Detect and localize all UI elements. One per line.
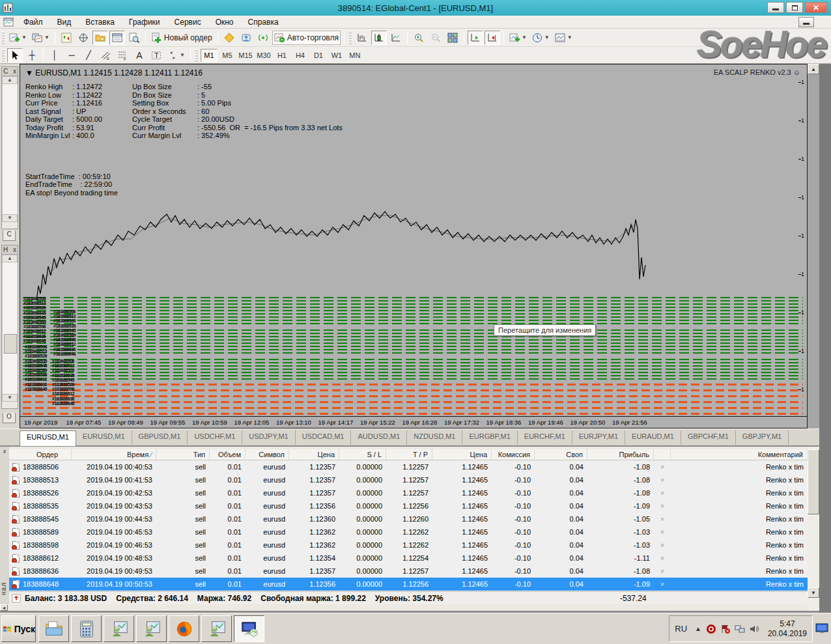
chart-tab[interactable]: EURCHF,M1 (518, 430, 572, 445)
timeframe-button[interactable]: M1 (201, 49, 218, 62)
trendline-button[interactable]: ╱ (81, 48, 96, 63)
strategy-tester-toggle[interactable] (126, 31, 142, 45)
order-row[interactable]: 183888636 2019.04.19 00:49:53 sell 0.01 … (9, 565, 808, 578)
close-order-button[interactable]: × (654, 463, 671, 471)
timeframe-button[interactable]: H1 (274, 49, 290, 62)
order-row[interactable]: 183888545 2019.04.19 00:44:53 sell 0.01 … (9, 512, 808, 525)
order-row[interactable]: 183888535 2019.04.19 00:43:53 sell 0.01 … (9, 499, 808, 512)
vertical-line-button[interactable]: │ (47, 48, 63, 63)
zoom-in-button[interactable] (411, 31, 427, 45)
restore-button[interactable] (786, 2, 803, 13)
col-header-symbol[interactable]: Символ (246, 449, 289, 460)
col-header-price[interactable]: Цена (289, 449, 339, 460)
autoscroll-toggle[interactable] (468, 31, 483, 45)
taskbar-firefox-button[interactable] (169, 615, 199, 642)
chart-tab[interactable]: EURUSD,M1 (76, 430, 132, 445)
timeframe-button[interactable]: MN (346, 49, 363, 62)
menu-item[interactable]: Графики (122, 16, 167, 28)
metaeditor-button[interactable] (221, 31, 237, 45)
zoom-out-button[interactable] (428, 31, 444, 45)
taskbar-remote-desktop-button[interactable] (234, 615, 264, 642)
menu-item[interactable]: Вид (50, 16, 79, 28)
taskbar-mt4-button-3[interactable] (201, 615, 232, 642)
scroll-left-icon[interactable]: ◄ (0, 604, 8, 611)
language-indicator[interactable]: RU (675, 624, 687, 634)
scroll-down-icon[interactable]: ▼ (2, 214, 18, 222)
col-header-time[interactable]: Время ∕ (72, 449, 156, 460)
timeframe-button[interactable]: M5 (219, 49, 236, 62)
panel-close-icon[interactable]: x (13, 68, 16, 75)
tray-clock[interactable]: 5:47 20.04.2019 (768, 619, 807, 639)
crosshair-button[interactable]: ┼ (24, 48, 40, 63)
scroll-up-icon[interactable]: ▲ (2, 76, 18, 84)
toolbar-grip[interactable] (349, 31, 352, 44)
timeframe-button[interactable]: W1 (328, 49, 345, 62)
chart-tab[interactable]: EURGBP,M1 (462, 430, 517, 445)
menu-item[interactable]: Окно (208, 16, 241, 28)
profiles-button[interactable]: ▼ (30, 31, 51, 45)
cursor-button[interactable] (7, 48, 23, 63)
fibonacci-button[interactable]: F (115, 48, 130, 63)
chart-tab[interactable]: USDCHF,M1 (188, 430, 242, 445)
toolbar-grip[interactable] (2, 49, 5, 62)
close-order-button[interactable]: × (654, 567, 671, 575)
text-button[interactable]: A (132, 48, 147, 63)
timeframe-button[interactable]: H4 (292, 49, 309, 62)
autotrading-button[interactable]: Авто-торговля (272, 31, 341, 45)
chart-tab[interactable]: AUDUSD,M1 (351, 430, 407, 445)
col-header-volume[interactable]: Объем (210, 449, 246, 460)
terminal-close-icon[interactable]: x (1, 448, 8, 456)
new-order-button[interactable]: Новый ордер (149, 31, 214, 45)
close-button[interactable]: ✕ (805, 2, 827, 13)
indicators-dropdown[interactable]: ▼ (507, 31, 529, 45)
chart-candles-button[interactable] (371, 31, 387, 45)
menu-item[interactable]: Справка (241, 16, 286, 28)
chart-tab[interactable]: GBPJPY,M1 (736, 430, 789, 445)
col-header-order[interactable]: Ордер (9, 449, 72, 460)
close-order-button[interactable]: × (654, 476, 671, 484)
timeframe-button[interactable]: M15 (237, 49, 254, 62)
close-order-button[interactable]: × (654, 515, 671, 523)
col-header-profit[interactable]: Прибыль (587, 449, 654, 460)
scroll-down-icon[interactable]: ▼ (808, 587, 819, 598)
periods-dropdown[interactable]: ▼ (530, 31, 552, 45)
chart-tab[interactable]: USDCAD,M1 (296, 430, 352, 445)
col-header-comment[interactable]: Комментарий (671, 449, 808, 460)
chart-line-button[interactable] (388, 31, 404, 45)
hidden-icons-chevron[interactable]: ▲ (695, 625, 701, 632)
sync-tray-icon[interactable] (706, 624, 716, 634)
toolbar-grip[interactable] (195, 49, 198, 62)
chart-tab[interactable]: GBPUSD,M1 (132, 430, 188, 445)
chart-tab[interactable]: USDJPY,M1 (242, 430, 295, 445)
order-row[interactable]: 183888598 2019.04.19 00:46:53 sell 0.01 … (9, 539, 808, 552)
taskbar-mt4-button-2[interactable] (136, 615, 167, 642)
col-header-swap[interactable]: Своп (535, 449, 587, 460)
timeframe-button[interactable]: D1 (310, 49, 327, 62)
col-header-sl[interactable]: S / L (339, 449, 386, 460)
terminal-horizontal-scrollbar[interactable]: ◄ (0, 604, 808, 611)
navigator-toggle[interactable] (92, 31, 108, 45)
col-header-commission[interactable]: Комиссия (492, 449, 535, 460)
toolbar-grip[interactable] (2, 31, 5, 44)
terminal-toggle[interactable] (109, 31, 125, 45)
chart-tab[interactable]: EURUSD,M1 (20, 430, 76, 446)
volume-tray-icon[interactable] (749, 624, 759, 634)
order-row[interactable]: 183888648 2019.04.19 00:50:53 sell 0.01 … (9, 578, 808, 591)
close-order-button[interactable]: × (654, 554, 671, 562)
chart-tab[interactable]: EURAUD,M1 (625, 430, 681, 445)
col-header-tp[interactable]: T / P (386, 449, 432, 460)
chart-tab[interactable]: NZDUSD,M1 (407, 430, 462, 445)
terminal-side-tab[interactable]: нал (0, 582, 8, 595)
order-row[interactable]: 183888612 2019.04.19 00:48:53 sell 0.01 … (9, 552, 808, 565)
signals-button[interactable] (238, 31, 254, 45)
network-tray-icon[interactable] (735, 624, 745, 634)
taskbar-calculator-button[interactable] (71, 615, 102, 642)
col-header-type[interactable]: Тип (156, 449, 210, 460)
news-button[interactable] (255, 31, 271, 45)
new-chart-button[interactable]: ▼ (7, 31, 29, 45)
arrows-dropdown[interactable]: ▼ (165, 48, 187, 63)
text-label-button[interactable]: T (148, 48, 164, 63)
taskbar-mt4-button-1[interactable] (104, 615, 134, 642)
data-window-toggle[interactable] (76, 31, 91, 45)
chart-bars-button[interactable] (354, 31, 370, 45)
